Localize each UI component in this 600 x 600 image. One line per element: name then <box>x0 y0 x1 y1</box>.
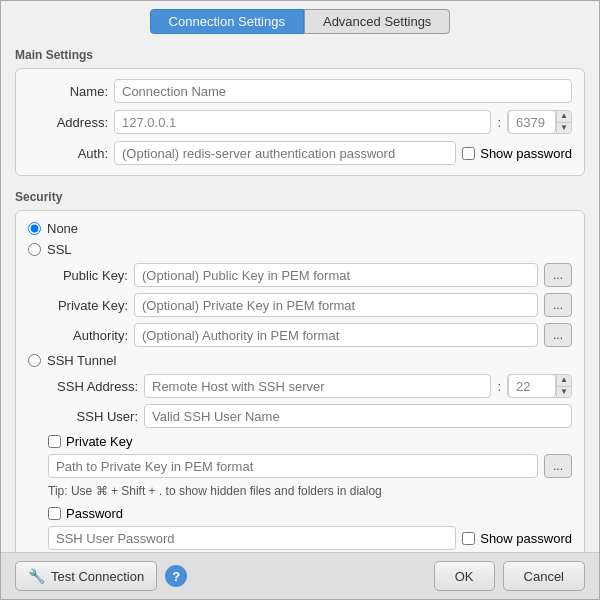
address-row: Address: : ▲ ▼ <box>28 110 572 134</box>
radio-none-row: None <box>28 221 572 236</box>
public-key-browse-button[interactable]: ... <box>544 263 572 287</box>
public-key-label: Public Key: <box>48 268 128 283</box>
ssh-port-down-button[interactable]: ▼ <box>557 387 571 398</box>
ssh-private-key-check-label[interactable]: Private Key <box>66 434 132 449</box>
port-up-button[interactable]: ▲ <box>557 111 571 123</box>
public-key-row: Public Key: ... <box>48 263 572 287</box>
ssh-user-input[interactable] <box>144 404 572 428</box>
ssh-user-label: SSH User: <box>48 409 138 424</box>
authority-row: Authority: ... <box>48 323 572 347</box>
port-spinners: ▲ ▼ <box>556 111 571 133</box>
ssh-port-input[interactable] <box>508 374 556 398</box>
security-label: Security <box>15 190 585 204</box>
auth-row: Auth: Show password <box>28 141 572 165</box>
address-label: Address: <box>28 115 108 130</box>
wrench-icon: 🔧 <box>28 568 45 584</box>
tab-advanced[interactable]: Advanced Settings <box>304 9 450 34</box>
ssh-port-spinners: ▲ ▼ <box>556 375 571 397</box>
auth-show-password-label[interactable]: Show password <box>480 146 572 161</box>
bottom-bar: 🔧 Test Connection ? OK Cancel <box>1 552 599 599</box>
ssh-private-key-path-row: ... <box>48 454 572 478</box>
name-row: Name: <box>28 79 572 103</box>
ssh-show-password-checkbox[interactable] <box>462 532 475 545</box>
radio-ssl-label[interactable]: SSL <box>47 242 72 257</box>
private-key-ssl-row: Private Key: ... <box>48 293 572 317</box>
dialog: Connection Settings Advanced Settings Ma… <box>0 0 600 600</box>
ssh-address-label: SSH Address: <box>48 379 138 394</box>
auth-label: Auth: <box>28 146 108 161</box>
ok-button[interactable]: OK <box>434 561 495 591</box>
ssh-private-key-checkbox[interactable] <box>48 435 61 448</box>
private-key-ssl-input[interactable] <box>134 293 538 317</box>
ssh-private-key-path-input[interactable] <box>48 454 538 478</box>
tab-bar: Connection Settings Advanced Settings <box>1 1 599 34</box>
private-key-ssl-label: Private Key: <box>48 298 128 313</box>
auth-show-password-checkbox[interactable] <box>462 147 475 160</box>
ssh-address-input[interactable] <box>144 374 491 398</box>
security-section: None SSL Public Key: ... Private Key: <box>15 210 585 552</box>
authority-browse-button[interactable]: ... <box>544 323 572 347</box>
main-settings-label: Main Settings <box>15 48 585 62</box>
address-input[interactable] <box>114 110 491 134</box>
ssh-password-input[interactable] <box>48 526 456 550</box>
radio-none[interactable] <box>28 222 41 235</box>
ssh-port-up-button[interactable]: ▲ <box>557 375 571 387</box>
radio-ssl-row: SSL <box>28 242 572 257</box>
ssh-private-key-browse-button[interactable]: ... <box>544 454 572 478</box>
radio-ssh-tunnel[interactable] <box>28 354 41 367</box>
auth-show-password-row: Show password <box>462 146 572 161</box>
ssh-colon: : <box>497 379 501 394</box>
test-connection-label: Test Connection <box>51 569 144 584</box>
ssh-port-wrapper: ▲ ▼ <box>507 374 572 398</box>
main-settings-box: Name: Address: : ▲ ▼ Auth: <box>15 68 585 176</box>
ssh-tip-text: Tip: Use ⌘ + Shift + . to show hidden fi… <box>48 484 572 498</box>
ssh-password-check-label[interactable]: Password <box>66 506 123 521</box>
authority-label: Authority: <box>48 328 128 343</box>
port-input[interactable] <box>508 110 556 134</box>
public-key-input[interactable] <box>134 263 538 287</box>
help-button[interactable]: ? <box>165 565 187 587</box>
port-down-button[interactable]: ▼ <box>557 123 571 134</box>
radio-ssh-row: SSH Tunnel <box>28 353 572 368</box>
cancel-button[interactable]: Cancel <box>503 561 585 591</box>
auth-input[interactable] <box>114 141 456 165</box>
ssh-password-check-row: Password <box>48 506 572 521</box>
ssh-subsection: SSH Address: : ▲ ▼ SSH User: <box>48 374 572 550</box>
name-input[interactable] <box>114 79 572 103</box>
address-colon: : <box>497 115 501 130</box>
name-label: Name: <box>28 84 108 99</box>
ssh-private-key-check-row: Private Key <box>48 434 572 449</box>
private-key-ssl-browse-button[interactable]: ... <box>544 293 572 317</box>
ssl-subsection: Public Key: ... Private Key: ... Authori… <box>48 263 572 347</box>
tab-connection[interactable]: Connection Settings <box>150 9 304 34</box>
ssh-password-row: Show password <box>48 526 572 550</box>
ssh-show-password-label[interactable]: Show password <box>480 531 572 546</box>
ssh-show-password-row: Show password <box>462 531 572 546</box>
test-connection-button[interactable]: 🔧 Test Connection <box>15 561 157 591</box>
content-area: Main Settings Name: Address: : ▲ ▼ <box>1 34 599 552</box>
radio-ssl[interactable] <box>28 243 41 256</box>
radio-ssh-tunnel-label[interactable]: SSH Tunnel <box>47 353 116 368</box>
ssh-address-row: SSH Address: : ▲ ▼ <box>48 374 572 398</box>
ssh-password-checkbox[interactable] <box>48 507 61 520</box>
port-wrapper: ▲ ▼ <box>507 110 572 134</box>
radio-none-label[interactable]: None <box>47 221 78 236</box>
authority-input[interactable] <box>134 323 538 347</box>
ssh-user-row: SSH User: <box>48 404 572 428</box>
